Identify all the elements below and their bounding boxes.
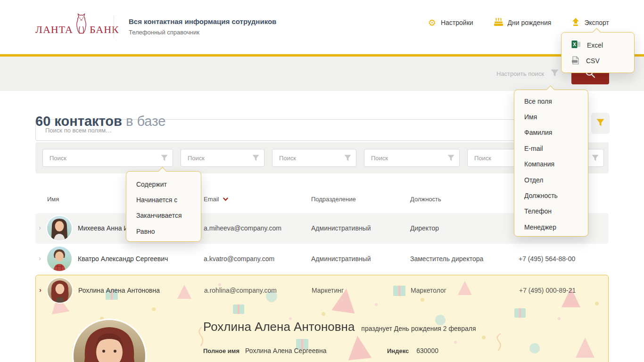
export-csv-item[interactable]: CSV bbox=[561, 53, 634, 68]
column-header-position-label: Должность bbox=[410, 196, 441, 203]
nav-item-export[interactable]: Экспорт bbox=[572, 18, 609, 27]
field-item-manager[interactable]: Менеджер bbox=[514, 219, 588, 235]
match-item-contains[interactable]: Содержит bbox=[126, 176, 201, 192]
top-header: ЛАНТА БАНК Вся контактная информация сот… bbox=[0, 0, 644, 54]
funnel-icon[interactable] bbox=[447, 155, 454, 163]
column-filter-name bbox=[42, 149, 173, 167]
phone-directory-app: ЛАНТА БАНК Вся контактная информация сот… bbox=[0, 0, 644, 362]
contact-email: a.rohlina@company.com bbox=[204, 287, 277, 294]
index-value: 630000 bbox=[416, 347, 438, 354]
birthday-cake-icon bbox=[494, 18, 503, 27]
nav-birthdays-label: Дни рождения bbox=[508, 19, 552, 26]
contact-position: Маркетолог bbox=[411, 287, 446, 294]
column-filter-email bbox=[181, 149, 264, 167]
column-header-name[interactable]: Имя bbox=[47, 196, 59, 203]
top-nav: ⚙ Настройки Дни рождения bbox=[428, 18, 609, 27]
funnel-icon[interactable] bbox=[344, 155, 351, 163]
match-item-label: Равно bbox=[136, 228, 155, 235]
match-item-label: Начинается с bbox=[136, 196, 177, 204]
field-item-first-name[interactable]: Имя bbox=[514, 109, 588, 124]
column-filters-toggle-button[interactable] bbox=[591, 113, 610, 134]
export-csv-label: CSV bbox=[586, 57, 600, 65]
field-item-label: Компания bbox=[524, 160, 554, 168]
field-item-last-name[interactable]: Фамилия bbox=[514, 125, 588, 140]
funnel-icon[interactable] bbox=[161, 155, 168, 163]
filter-input-position[interactable] bbox=[364, 149, 460, 167]
export-excel-label: Excel bbox=[587, 41, 603, 49]
detail-contact-name: Рохлина Алена Антоновна bbox=[203, 320, 355, 334]
field-item-email[interactable]: E-mail bbox=[514, 140, 588, 156]
field-item-label: E-mail bbox=[524, 145, 543, 152]
column-filter-position bbox=[364, 149, 460, 167]
column-header-email-label: Email bbox=[204, 196, 219, 203]
nav-settings-label: Настройки bbox=[441, 19, 473, 26]
full-name-value: Рохлина Алена Сергеевна bbox=[245, 347, 326, 354]
field-item-label: Телефон bbox=[524, 207, 552, 215]
contact-photo-large bbox=[74, 320, 145, 362]
full-name-label: Полное имя bbox=[203, 347, 239, 354]
column-header-email[interactable]: Email bbox=[204, 196, 228, 203]
page-subtitle: Телефонный справочник bbox=[129, 29, 199, 36]
export-dropdown: X Excel CSV bbox=[561, 32, 635, 73]
field-item-phone[interactable]: Телефон bbox=[514, 204, 588, 219]
match-item-ends-with[interactable]: Заканчивается bbox=[126, 208, 201, 223]
collapse-chevron-icon[interactable]: › bbox=[39, 286, 41, 294]
contact-phone: +7 (495) 564-88-00 bbox=[519, 255, 575, 263]
field-item-company[interactable]: Компания bbox=[514, 156, 588, 172]
match-item-equals[interactable]: Равно bbox=[126, 223, 201, 239]
contact-name: Михеева Анна И bbox=[78, 224, 128, 232]
contact-position: Директор bbox=[410, 224, 439, 232]
column-header-department[interactable]: Подразделение bbox=[311, 196, 356, 203]
field-item-label: Должность bbox=[524, 192, 558, 199]
contact-department: Маркетинг bbox=[312, 287, 344, 294]
svg-text:X: X bbox=[573, 42, 576, 47]
bank-logo: ЛАНТА БАНК bbox=[35, 13, 119, 37]
contact-email: a.kvatro@company.com bbox=[204, 255, 274, 263]
field-item-label: Менеджер bbox=[524, 223, 556, 231]
contact-name: Кватро Александр Сергеевич bbox=[78, 255, 168, 263]
field-item-position[interactable]: Должность bbox=[514, 188, 588, 203]
nav-item-settings[interactable]: ⚙ Настройки bbox=[428, 18, 473, 27]
match-item-label: Заканчивается bbox=[136, 212, 182, 219]
contact-email: a.miheeva@company.com bbox=[204, 224, 281, 232]
logo-text-right: БАНК bbox=[90, 24, 119, 37]
export-excel-item[interactable]: X Excel bbox=[561, 37, 634, 53]
match-item-starts-with[interactable]: Начинается с bbox=[126, 192, 201, 207]
funnel-icon[interactable] bbox=[252, 155, 259, 163]
logo-text-left: ЛАНТА bbox=[35, 24, 73, 37]
configure-search-label: Настроить поиск bbox=[496, 70, 544, 77]
funnel-gold-icon bbox=[596, 119, 604, 128]
field-item-label: Фамилия bbox=[524, 129, 552, 136]
table-row[interactable]: › Кватро Александр Сергеевич a.kvatro@co… bbox=[35, 244, 609, 274]
funnel-icon[interactable] bbox=[592, 155, 599, 163]
field-item-label: Все поля bbox=[524, 98, 552, 105]
field-item-department[interactable]: Отдел bbox=[514, 172, 588, 188]
header-divider bbox=[114, 16, 114, 38]
filter-input-name[interactable] bbox=[42, 149, 173, 167]
field-item-all[interactable]: Все поля bbox=[514, 93, 588, 109]
field-item-label: Имя bbox=[524, 113, 537, 121]
index-label: Индекс bbox=[387, 347, 409, 354]
funnel-icon bbox=[551, 69, 559, 78]
nav-item-birthdays[interactable]: Дни рождения bbox=[494, 18, 552, 27]
sort-desc-icon bbox=[223, 196, 228, 203]
match-item-label: Содержит bbox=[136, 181, 167, 188]
contact-department: Административный bbox=[311, 224, 371, 232]
cat-logo-icon bbox=[75, 13, 88, 37]
csv-file-icon bbox=[571, 56, 579, 66]
avatar bbox=[47, 216, 72, 240]
configure-search-control[interactable]: Настроить поиск bbox=[496, 69, 559, 78]
column-header-department-label: Подразделение bbox=[311, 196, 356, 203]
expand-chevron-icon[interactable]: › bbox=[39, 254, 41, 262]
expand-chevron-icon[interactable]: › bbox=[39, 223, 41, 231]
column-filter-department bbox=[272, 149, 356, 167]
birthday-note: празднует День рождения 2 февраля bbox=[361, 325, 476, 332]
contact-name: Рохлина Алена Антоновна bbox=[78, 287, 160, 294]
contacts-count: 60 контактов bbox=[35, 114, 122, 129]
page-title: Вся контактная информация сотрудников bbox=[129, 17, 276, 25]
contacts-summary: 60 контактов в базе bbox=[35, 114, 165, 129]
column-header-position[interactable]: Должность bbox=[410, 196, 441, 203]
search-field-dropdown: Все поля Имя Фамилия E-mail Компания Отд… bbox=[514, 90, 588, 237]
table-row-expanded[interactable]: › Рохлина Алена Антоновна a.rohlina@comp… bbox=[35, 275, 609, 362]
field-item-label: Отдел bbox=[524, 176, 544, 184]
